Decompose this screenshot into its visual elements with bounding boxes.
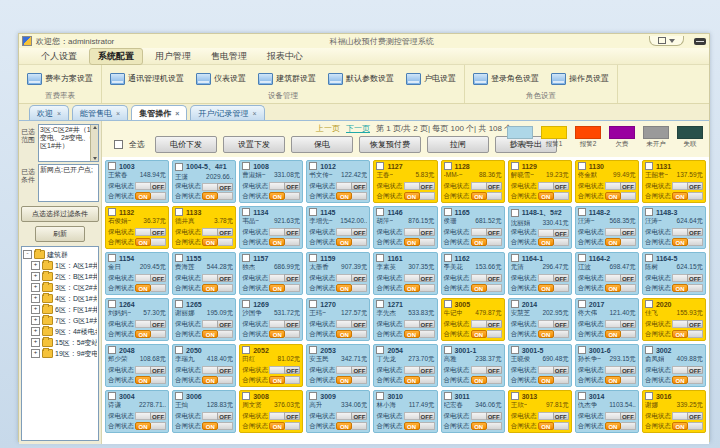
switch-state-toggle[interactable]: ON — [672, 376, 703, 384]
meter-card[interactable]: 3001-5王晓俊690.48元保电状态OFF合闸状态ON — [508, 344, 572, 387]
power-protect-toggle[interactable]: OFF — [672, 320, 703, 328]
switch-state-toggle[interactable]: ON — [404, 284, 435, 292]
switch-state-toggle[interactable]: ON — [538, 330, 569, 338]
card-checkbox[interactable] — [444, 254, 452, 262]
switch-state-toggle[interactable]: ON — [471, 422, 502, 430]
switch-state-toggle[interactable]: ON — [336, 238, 367, 246]
tab-1[interactable]: 能管售电× — [72, 105, 128, 120]
card-checkbox[interactable] — [175, 208, 183, 216]
meter-card[interactable]: 2020佳飞155.93元保电状态OFF合闸状态ON — [642, 298, 706, 341]
card-checkbox[interactable] — [444, 392, 452, 400]
meter-card[interactable]: 1165侯珊681.52元保电状态OFF合闸状态ON — [441, 206, 505, 249]
card-checkbox[interactable] — [108, 346, 116, 354]
power-protect-toggle[interactable]: OFF — [202, 412, 233, 420]
power-protect-toggle[interactable]: OFF — [336, 274, 367, 282]
card-checkbox[interactable] — [242, 162, 250, 170]
expand-icon[interactable]: + — [31, 316, 40, 325]
power-protect-toggle[interactable]: OFF — [538, 412, 569, 420]
card-checkbox[interactable] — [578, 392, 586, 400]
card-checkbox[interactable] — [309, 254, 317, 262]
select-all-checkbox[interactable] — [114, 140, 123, 149]
meter-card[interactable]: 1146胡萍~876.15元保电状态OFF合闸状态ON — [373, 206, 437, 249]
switch-state-toggle[interactable]: ON — [336, 376, 367, 384]
switch-state-toggle[interactable]: ON — [135, 330, 166, 338]
meter-card[interactable]: 2054丁先龙273.70元保电状态OFF合闸状态ON — [373, 344, 437, 387]
power-protect-toggle[interactable]: OFF — [336, 228, 367, 236]
switch-state-toggle[interactable]: ON — [605, 284, 636, 292]
switch-state-toggle[interactable]: ON — [471, 238, 502, 246]
card-checkbox[interactable] — [444, 208, 452, 216]
card-checkbox[interactable] — [309, 162, 317, 170]
switch-state-toggle[interactable]: ON — [135, 238, 166, 246]
meter-card[interactable]: 3009高升334.06元保电状态OFF合闸状态ON — [306, 390, 370, 433]
switch-state-toggle[interactable]: ON — [404, 376, 435, 384]
card-checkbox[interactable] — [309, 346, 317, 354]
power-protect-toggle[interactable]: OFF — [538, 320, 569, 328]
next-page-link[interactable]: 下一页 — [346, 123, 370, 134]
power-protect-toggle[interactable]: OFF — [269, 412, 300, 420]
power-protect-toggle[interactable]: OFF — [404, 182, 435, 190]
card-checkbox[interactable] — [309, 392, 317, 400]
menu-item-4[interactable]: 报表中心 — [259, 49, 311, 64]
card-checkbox[interactable] — [175, 300, 183, 308]
card-checkbox[interactable] — [444, 300, 452, 308]
switch-state-toggle[interactable]: ON — [336, 330, 367, 338]
action-button-3[interactable]: 恢复预付费 — [359, 136, 421, 153]
tree-node-0[interactable]: +1区：A区1#井 — [23, 260, 97, 271]
power-protect-toggle[interactable]: OFF — [672, 228, 703, 236]
ribbon-button-1-0[interactable]: 通讯管理机设置 — [108, 72, 186, 86]
meter-card[interactable]: 3005牛记中479.87元保电状态OFF合闸状态ON — [441, 298, 505, 341]
refresh-button[interactable]: 刷新 — [35, 226, 85, 242]
power-protect-toggle[interactable]: OFF — [471, 228, 502, 236]
power-protect-toggle[interactable]: OFF — [202, 183, 233, 191]
card-checkbox[interactable] — [645, 392, 653, 400]
power-protect-toggle[interactable]: OFF — [202, 274, 233, 282]
power-protect-toggle[interactable]: OFF — [605, 412, 636, 420]
switch-state-toggle[interactable]: ON — [471, 284, 502, 292]
meter-card[interactable]: 1265谢丽娜195.09元保电状态OFF合闸状态ON — [172, 298, 236, 341]
switch-state-toggle[interactable]: ON — [269, 330, 300, 338]
switch-state-toggle[interactable]: ON — [404, 192, 435, 200]
meter-card[interactable]: 1148-3汪涛~624.64元保电状态OFF合闸状态ON — [642, 206, 706, 249]
card-checkbox[interactable] — [645, 162, 653, 170]
expand-icon[interactable]: + — [31, 294, 40, 303]
card-checkbox[interactable] — [645, 346, 653, 354]
switch-state-toggle[interactable]: ON — [269, 192, 300, 200]
meter-card[interactable]: 3001-1高雅238.37元保电状态OFF合闸状态ON — [441, 344, 505, 387]
meter-card[interactable]: 2017佟大伟121.40元保电状态OFF合闸状态ON — [575, 298, 639, 341]
tab-2[interactable]: 集管操作× — [131, 105, 187, 120]
power-protect-toggle[interactable]: OFF — [336, 320, 367, 328]
expand-icon[interactable]: + — [31, 338, 40, 347]
card-checkbox[interactable] — [376, 392, 384, 400]
card-checkbox[interactable] — [242, 254, 250, 262]
switch-state-toggle[interactable]: ON — [202, 192, 233, 200]
meter-card[interactable]: 2053安玉民342.71元保电状态OFF合闸状态ON — [306, 344, 370, 387]
ribbon-button-2-1[interactable]: 操作员设置 — [549, 72, 611, 86]
meter-card[interactable]: 1148-1、5#2沈丽娟330.41元保电状态OFF合闸状态ON — [508, 206, 572, 249]
power-protect-toggle[interactable]: OFF — [672, 182, 703, 190]
card-checkbox[interactable] — [309, 208, 317, 216]
card-checkbox[interactable] — [175, 392, 183, 400]
meter-card[interactable]: 1129解晓雪~19.23元保电状态OFF合闸状态ON — [508, 160, 572, 203]
power-protect-toggle[interactable]: OFF — [404, 366, 435, 374]
card-checkbox[interactable] — [645, 300, 653, 308]
power-protect-toggle[interactable]: OFF — [336, 366, 367, 374]
card-checkbox[interactable] — [376, 300, 384, 308]
tree-node-6[interactable]: +9区：4#楼电井（4 — [23, 326, 97, 337]
power-protect-toggle[interactable]: OFF — [605, 182, 636, 190]
power-protect-toggle[interactable]: OFF — [605, 228, 636, 236]
expand-icon[interactable]: + — [31, 283, 40, 292]
tree-node-2[interactable]: +3区：C区2#井（1# — [23, 282, 97, 293]
action-button-2[interactable]: 保电 — [291, 136, 353, 153]
switch-state-toggle[interactable]: ON — [269, 284, 300, 292]
card-checkbox[interactable] — [376, 346, 384, 354]
switch-state-toggle[interactable]: ON — [336, 284, 367, 292]
power-protect-toggle[interactable]: OFF — [269, 228, 300, 236]
meter-card[interactable]: 1127王春~5.83元保电状态OFF合闸状态ON — [373, 160, 437, 203]
switch-state-toggle[interactable]: ON — [538, 376, 569, 384]
power-protect-toggle[interactable]: OFF — [336, 182, 367, 190]
switch-state-toggle[interactable]: ON — [672, 192, 703, 200]
switch-state-toggle[interactable]: ON — [202, 376, 233, 384]
meter-card[interactable]: 1130佟金默99.49元保电状态OFF合闸状态ON — [575, 160, 639, 203]
expand-icon[interactable]: + — [31, 305, 40, 314]
